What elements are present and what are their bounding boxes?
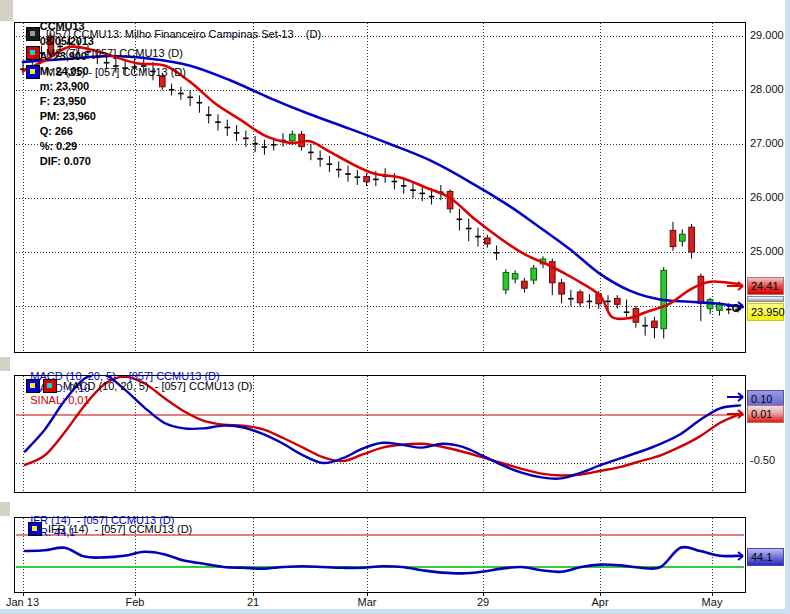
signal-value-badge: 0.01	[747, 405, 784, 423]
candle	[187, 97, 193, 99]
candle	[355, 176, 361, 178]
candle	[726, 309, 732, 311]
quote-pct: %: 0.29	[40, 140, 77, 152]
quote-close: F: 23,950	[40, 95, 86, 107]
candle	[373, 179, 379, 181]
price-legend-symbol: [057] CCMU13: Milho Financeiro Campinas …	[26, 27, 321, 41]
quote-prev: PM: 23,960	[40, 110, 96, 122]
candle	[670, 230, 676, 246]
ma21-price-badge	[747, 296, 784, 302]
candle	[689, 227, 695, 252]
quote-low: m: 23,900	[40, 80, 89, 92]
candle	[401, 185, 407, 187]
quote-header: CCMU13 08/05/2013 A: 23,900 M: 24,050 m:…	[28, 4, 106, 19]
window-edge-right	[785, 0, 790, 614]
x-label-apr: Apr	[591, 596, 608, 608]
macd-y-label: -0.50	[750, 454, 775, 466]
candle	[271, 144, 277, 146]
x-label-29: 29	[477, 596, 489, 608]
ifr-legend: IFR (14) - [057] CCMU13 (D)	[28, 522, 192, 536]
candle	[252, 143, 258, 145]
y-label-29000: 29.000	[750, 29, 784, 41]
x-label-may: May	[702, 596, 723, 608]
sinal-series-marker-icon	[43, 379, 57, 393]
y-label-28000: 28.000	[750, 83, 784, 95]
candle	[392, 181, 398, 183]
candle	[475, 236, 481, 238]
candle	[512, 274, 518, 279]
candle	[345, 173, 351, 175]
y-label-25000: 25.000	[750, 245, 784, 257]
candle	[485, 238, 491, 244]
candle	[243, 138, 249, 140]
y-label-26000: 26.000	[750, 191, 784, 203]
macd-title-signal: SINAL: 0,01	[30, 394, 89, 406]
ma7-price-badge: 24.41	[747, 277, 784, 295]
candle	[290, 134, 296, 141]
candle	[568, 298, 574, 300]
candle	[624, 311, 630, 313]
candle	[587, 301, 593, 303]
ifr-value-badge: 44.1	[747, 548, 784, 566]
price-legend-symbol-label: [057] CCMU13: Milho Financeiro Campinas …	[46, 28, 321, 40]
y-label-27000: 27.000	[750, 137, 784, 149]
candle	[652, 321, 658, 328]
candle	[327, 163, 333, 165]
price-legend-ms7: MS (7) - [057] CCMU13 (D)	[26, 46, 183, 60]
candle	[225, 127, 231, 129]
candle	[457, 219, 463, 221]
candle	[364, 176, 370, 181]
candle	[577, 292, 583, 303]
trading-app-window: CCMU13 08/05/2013 A: 23,900 M: 24,050 m:…	[0, 0, 790, 614]
candle	[420, 193, 426, 195]
ifr-legend-label: IFR (14) - [057] CCMU13 (D)	[48, 523, 192, 535]
ms21-series-marker-icon	[26, 65, 40, 79]
quote-qty: Q: 266	[40, 125, 73, 137]
candle	[308, 152, 314, 154]
macd-legend-label: MACD (10, 20, 5) - [057] CCMU13 (D)	[63, 380, 253, 392]
x-label-feb: Feb	[126, 596, 145, 608]
candle	[494, 252, 500, 254]
x-label-jan13: Jan 13	[6, 596, 39, 608]
candle	[503, 273, 509, 290]
candle	[698, 276, 704, 303]
candle	[466, 228, 472, 230]
candle	[336, 169, 342, 171]
price-legend-ms21-label: MS (21) - [057] CCMU13 (D)	[46, 66, 186, 78]
candle	[169, 89, 175, 91]
candle	[642, 325, 648, 327]
price-legend-ms21: MS (21) - [057] CCMU13 (D)	[26, 65, 186, 79]
last-price-badge: 23.950	[747, 303, 784, 321]
x-label-21: 21	[247, 596, 259, 608]
candle	[104, 62, 110, 64]
window-edge-bottom	[0, 609, 790, 614]
candle	[429, 196, 435, 198]
macd-series-marker-icon	[26, 379, 40, 393]
candle	[559, 283, 565, 294]
quote-dif: DIF: 0.070	[40, 155, 91, 167]
candle	[262, 146, 268, 148]
candle	[680, 234, 686, 241]
candle	[615, 298, 621, 304]
ms7-series-marker-icon	[26, 46, 40, 60]
candle	[410, 189, 416, 191]
symbol-series-marker-icon	[26, 27, 40, 41]
ifr-series-marker-icon	[28, 522, 42, 536]
x-label-mar: Mar	[358, 596, 377, 608]
candle	[197, 102, 203, 104]
candle	[531, 268, 537, 280]
macd-legend: MACD (10, 20, 5) - [057] CCMU13 (D)	[26, 379, 253, 393]
macd-value-badge: 0.10	[747, 390, 784, 406]
price-legend-ms7-label: MS (7) - [057] CCMU13 (D)	[46, 47, 183, 59]
candle	[605, 301, 611, 303]
candle	[178, 93, 184, 95]
candle	[234, 132, 240, 134]
candle	[215, 121, 221, 123]
candle	[206, 114, 212, 116]
candle	[522, 281, 528, 288]
candle	[317, 158, 323, 160]
